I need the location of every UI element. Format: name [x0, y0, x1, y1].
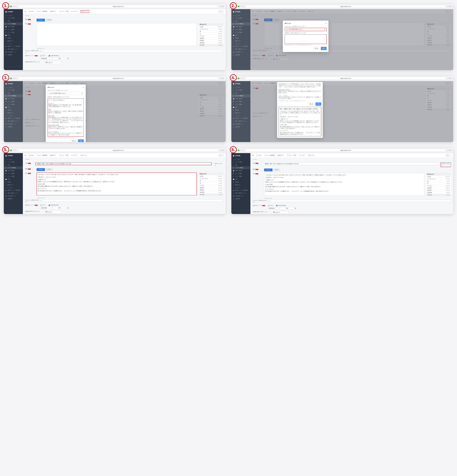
var-row[interactable]: 郵便番号%zipcoc — [199, 189, 223, 191]
sidebar-item[interactable]: ↻リマイン配信 — [231, 175, 250, 178]
var-row[interactable]: フリガナ%kana% — [199, 35, 223, 37]
sidebar-item[interactable]: ▸読者 — [4, 163, 23, 166]
sidebar-item[interactable]: ⚠配信エラー — [231, 111, 250, 114]
var-row[interactable]: 都道府県%pref% — [199, 42, 223, 44]
menu-icon[interactable]: ☰ — [25, 155, 26, 156]
sidebar-item[interactable]: ↻リマイン配信 — [231, 31, 250, 34]
sidebar-item[interactable]: ↻リマイン配信 — [4, 103, 23, 106]
menu-icon[interactable]: ☰ — [252, 155, 254, 156]
body-textarea-filled[interactable]: こんにちは！いつもメルマガをご覧いただき、ありがとうございます。今回は、寒さが厳… — [37, 172, 197, 195]
var-row[interactable]: フリガナ%kana% — [199, 185, 223, 187]
var-row[interactable]: メールアドレス%mail% — [199, 28, 223, 30]
topbar-item[interactable]: ファネル — [29, 155, 34, 156]
sidebar-item[interactable]: ⚠配信エラー — [231, 184, 250, 187]
send-button[interactable]: 送信 — [321, 47, 327, 50]
sidebar-item[interactable]: ▦登録フォーム・設定項目 — [231, 45, 250, 48]
topbar-item[interactable]: イベント・予約 — [59, 11, 68, 12]
sidebar-item[interactable]: 💬LINE一斉送信 — [4, 169, 23, 172]
modal-textarea-filled[interactable]: テーマ：冬におすすめの筋トレ ターゲット 運動不足を解消したい30〜40代の男女… — [48, 98, 84, 136]
var-row[interactable]: 電話番号%phone — [199, 187, 223, 189]
var-row[interactable]: フリガナ%kana% — [426, 185, 451, 187]
sidebar-item[interactable]: ▦登録フォーム・設定項目 — [4, 45, 23, 48]
topbar-item[interactable]: AIアシスト — [308, 155, 314, 156]
close-icon[interactable]: × — [326, 23, 327, 24]
subject-input[interactable] — [263, 162, 439, 165]
modal-overlay[interactable] — [250, 9, 453, 70]
var-row[interactable]: 姓%sei% — [426, 180, 451, 183]
sidebar-item[interactable]: ≣ステップ配信 — [231, 28, 250, 31]
sidebar-item[interactable]: ≣ステップ配信 — [4, 172, 23, 175]
sidebar-item[interactable]: 🔗LINE登録ページ — [231, 51, 250, 53]
collapse-icon[interactable]: ‹ — [4, 138, 23, 142]
topbar-item[interactable]: パートナー — [71, 11, 78, 12]
body-textarea-filled[interactable]: こんにちは！いつもメルマガをご覧いただき、ありがとうございます。今回は、寒さが厳… — [264, 173, 424, 196]
var-row[interactable]: お名前%name% — [199, 175, 223, 178]
topbar-item[interactable]: パートナー — [71, 155, 78, 156]
topbar-item[interactable]: 会員サイト — [278, 155, 284, 156]
topbar-item[interactable]: 会員サイト — [50, 155, 57, 156]
topbar-item[interactable]: イベント・予約 — [287, 155, 296, 156]
sidebar-item[interactable]: ▸シナリオ管理 — [4, 161, 23, 163]
collapse-icon[interactable]: ‹ — [231, 138, 250, 142]
sidebar-item[interactable]: ⚠配信エラー — [4, 184, 23, 187]
var-row[interactable]: 名%mei% — [199, 182, 223, 185]
sidebar-item[interactable]: ⚙登録管理 — [4, 197, 23, 200]
var-row[interactable]: 郵便番号%zipcoc — [426, 189, 451, 192]
collapse-icon[interactable]: ‹ — [4, 210, 23, 214]
sidebar-item[interactable]: ⚙登録管理 — [231, 53, 250, 56]
sidebar-item[interactable]: ▸読者 — [4, 20, 23, 23]
sidebar-item[interactable]: 🔗LINE登録ページ — [4, 123, 23, 126]
sidebar-item[interactable]: ⬆送信済 — [231, 109, 250, 111]
sidebar-item[interactable]: ✎登録・解除フォーム… — [4, 192, 23, 195]
var-row[interactable]: 都道府県%pref% — [199, 191, 223, 194]
var-row[interactable]: 郵便番号%zipcoc — [199, 40, 223, 42]
sidebar-item[interactable]: ⬆送信済 — [231, 181, 250, 184]
sidebar-item[interactable]: ⚠配信エラー — [4, 40, 23, 42]
sidebar-item[interactable]: ▸シナリオ管理 — [231, 161, 250, 163]
topbar-item[interactable]: メール・LINE配信 — [37, 155, 47, 156]
topbar-item[interactable]: メール・LINE配信 — [264, 155, 275, 156]
sidebar-item[interactable]: ✉メール一斉送信 — [4, 166, 23, 169]
sidebar-item[interactable]: ✎登録・解除フォーム… — [231, 48, 250, 51]
var-row[interactable]: 電話番号%phone — [199, 37, 223, 40]
browser-actions[interactable]: ⤴ ＋ ⧉ — [220, 6, 224, 7]
sidebar-item[interactable]: 💬LINE一斉送信 — [231, 25, 250, 28]
sidebar-item[interactable]: ▸シナリオ管理 — [4, 17, 23, 20]
var-row[interactable]: 都道府県%pref% — [426, 192, 451, 194]
sidebar-item[interactable]: ⚙登録管理 — [4, 126, 23, 128]
sidebar-item[interactable]: ▦登録フォーム・設定項目 — [4, 117, 23, 120]
sidebar-item[interactable]: ✉メール一斉送信 — [4, 94, 23, 97]
sidebar-item[interactable]: ▸読者 — [231, 92, 250, 94]
sidebar-item[interactable]: ▸読者 — [231, 163, 250, 166]
sidebar-item[interactable]: ✉メール一斉送信 — [4, 23, 23, 25]
radio-now[interactable] — [40, 55, 42, 57]
modal-textarea[interactable] — [285, 34, 327, 44]
var-row[interactable]: メールアドレス%mail% — [199, 178, 223, 180]
var-row[interactable]: 市区町村%city% — [199, 194, 223, 196]
var-row[interactable]: 名%mei% — [426, 183, 451, 185]
tab-text[interactable]: テキスト — [37, 19, 45, 22]
sidebar-item[interactable]: ▸読者 — [4, 92, 23, 94]
sidebar-item[interactable]: ⬆送信済 — [4, 109, 23, 111]
sidebar-item[interactable]: 🔗LINE登録ページ — [231, 123, 250, 126]
sidebar-item[interactable]: ≣ステップ配信 — [4, 28, 23, 31]
var-row[interactable]: 名%mei% — [199, 33, 223, 35]
sidebar-item[interactable]: 💬LINE一斉送信 — [4, 25, 23, 28]
radio-schedule[interactable] — [49, 55, 50, 57]
ll-button[interactable]: LL ⌄ — [446, 154, 451, 156]
sidebar-item[interactable]: 💬LINE一斉送信 — [231, 97, 250, 100]
sidebar-item[interactable]: ≣ステップ配信 — [231, 100, 250, 103]
sidebar-item[interactable]: ↻リマイン配信 — [4, 175, 23, 178]
close-button[interactable]: 閉じる — [313, 47, 320, 50]
collapse-icon[interactable]: ‹ — [4, 67, 23, 70]
url-bar[interactable]: utage-system.com — [245, 5, 446, 8]
var-row[interactable]: お名前%name% — [199, 26, 223, 28]
abtest-link-boxed[interactable]: A/Bテストを行う — [441, 162, 451, 167]
sidebar-item[interactable]: ⚠配信エラー — [231, 40, 250, 42]
var-row[interactable]: 姓%sei% — [199, 30, 223, 33]
sidebar-item[interactable]: ✉メール一斉送信 — [231, 94, 250, 97]
sidebar-item[interactable]: ⚙登録管理 — [4, 53, 23, 56]
min-input[interactable] — [61, 57, 67, 60]
subject-input[interactable] — [35, 162, 211, 165]
sidebar-item[interactable]: ↻リマイン配信 — [231, 103, 250, 106]
